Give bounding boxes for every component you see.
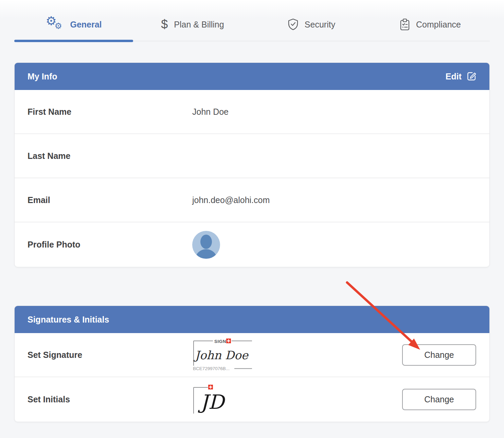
my-info-card: My Info Edit First Name John Doe Last Na…: [14, 62, 490, 267]
tab-compliance[interactable]: Compliance: [371, 8, 490, 41]
signature-cert-id: BCE72997076B...: [193, 366, 230, 371]
signatures-title: Signatures & Initials: [28, 315, 109, 325]
tab-general[interactable]: ⚙⚙ General: [14, 8, 133, 41]
dollar-icon: $: [161, 17, 168, 32]
set-signature-row: Set Signature SIGN John Doe BCE72997076B…: [15, 333, 489, 377]
edit-button[interactable]: Edit: [446, 71, 476, 82]
tab-security[interactable]: Security: [252, 8, 371, 41]
last-name-row: Last Name: [15, 134, 489, 178]
active-tab-underline: [14, 40, 133, 42]
change-signature-button[interactable]: Change: [402, 344, 476, 366]
avatar-body-shape: [195, 249, 217, 259]
first-name-value: John Doe: [192, 107, 229, 117]
profile-avatar[interactable]: [192, 231, 220, 259]
tab-general-label: General: [70, 20, 102, 30]
profile-photo-label: Profile Photo: [15, 240, 192, 250]
signature-preview: SIGN John Doe BCE72997076B...: [192, 338, 253, 372]
signature-script-text: John Doe: [193, 348, 249, 362]
tab-plan-billing[interactable]: $ Plan & Billing: [133, 8, 252, 41]
sign-label: SIGN: [214, 339, 226, 344]
initials-preview: JD: [192, 383, 241, 416]
shield-check-icon: [288, 18, 299, 31]
tab-plan-billing-label: Plan & Billing: [174, 20, 224, 30]
my-info-header: My Info Edit: [15, 63, 489, 90]
set-initials-row: Set Initials JD Change: [15, 377, 489, 422]
email-label: Email: [15, 195, 192, 205]
edit-label: Edit: [446, 72, 462, 81]
email-row: Email john.deo@alohi.com: [15, 178, 489, 222]
signatures-card: Signatures & Initials Set Signature SIGN…: [14, 306, 490, 422]
change-initials-button[interactable]: Change: [402, 389, 476, 410]
edit-pencil-square-icon: [466, 71, 476, 82]
email-value: john.deo@alohi.com: [192, 195, 270, 205]
clipboard-check-icon: [400, 18, 410, 31]
signatures-header: Signatures & Initials: [15, 306, 489, 333]
set-initials-label: Set Initials: [15, 395, 192, 404]
avatar-head-shape: [200, 235, 212, 249]
my-info-title: My Info: [28, 72, 57, 81]
profile-photo-row: Profile Photo: [15, 222, 489, 267]
tab-compliance-label: Compliance: [416, 20, 461, 30]
tab-security-label: Security: [305, 20, 335, 30]
gears-icon: ⚙⚙: [46, 16, 64, 33]
initials-script-text: JD: [198, 390, 226, 414]
first-name-label: First Name: [15, 107, 192, 117]
first-name-row: First Name John Doe: [15, 90, 489, 134]
last-name-label: Last Name: [15, 151, 192, 161]
set-signature-label: Set Signature: [15, 350, 192, 360]
settings-tab-bar: ⚙⚙ General $ Plan & Billing Security: [14, 0, 490, 41]
